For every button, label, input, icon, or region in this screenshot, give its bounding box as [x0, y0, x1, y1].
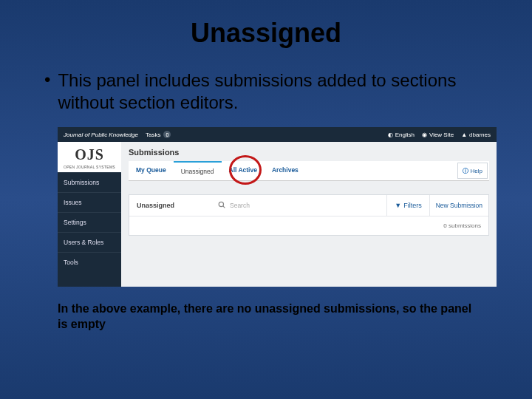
sidebar-item-tools[interactable]: Tools	[58, 252, 121, 272]
unassigned-panel: Unassigned Search ▼ Filters New Submissi…	[129, 194, 489, 236]
help-label: Help	[471, 168, 482, 174]
filters-button[interactable]: ▼ Filters	[386, 195, 429, 216]
tasks-label: Tasks	[146, 132, 160, 138]
page-heading: Submissions	[129, 148, 489, 157]
bullet-dot-icon: •	[44, 69, 50, 114]
sidebar-item-users-roles[interactable]: Users & Roles	[58, 232, 121, 252]
logo[interactable]: OJS OPEN JOURNAL SYSTEMS	[58, 142, 121, 172]
help-icon: ⓘ	[463, 167, 468, 175]
tabs: My Queue Unassigned All Active Archives …	[129, 161, 489, 181]
sidebar-item-issues[interactable]: Issues	[58, 192, 121, 212]
tab-unassigned[interactable]: Unassigned	[174, 161, 222, 180]
user-icon: ▲	[461, 132, 467, 138]
topbar: Journal of Public Knowledge Tasks 0 ◐ En…	[58, 127, 497, 142]
slide-title: Unassigned	[0, 18, 532, 49]
panel-count: 0 submissions	[129, 216, 488, 235]
tab-all-active[interactable]: All Active	[222, 161, 265, 180]
content-area: Submissions My Queue Unassigned All Acti…	[121, 142, 497, 287]
language-selector[interactable]: ◐ English	[388, 132, 415, 138]
slide-caption: In the above example, there are no unass…	[58, 301, 474, 332]
language-label: English	[395, 132, 415, 138]
panel-header: Unassigned Search ▼ Filters New Submissi…	[129, 195, 488, 216]
view-site-label: View Site	[429, 132, 454, 138]
view-site-link[interactable]: ◉ View Site	[422, 132, 454, 138]
username: dbarnes	[469, 132, 491, 138]
app-screenshot: Journal of Public Knowledge Tasks 0 ◐ En…	[58, 127, 497, 287]
bullet-item: • This panel includes submissions added …	[44, 69, 488, 114]
sidebar-item-submissions[interactable]: Submissions	[58, 172, 121, 192]
svg-point-0	[219, 202, 223, 206]
filter-icon: ▼	[395, 202, 401, 209]
eye-icon: ◉	[422, 132, 427, 138]
search-icon	[218, 201, 225, 210]
tab-archives[interactable]: Archives	[265, 161, 306, 180]
logo-text: OJS	[59, 146, 120, 163]
tab-my-queue[interactable]: My Queue	[129, 161, 174, 180]
search-placeholder: Search	[230, 202, 250, 209]
user-menu[interactable]: ▲ dbarnes	[461, 132, 491, 138]
globe-icon: ◐	[388, 132, 393, 138]
sidebar: OJS OPEN JOURNAL SYSTEMS Submissions Iss…	[58, 142, 121, 287]
tasks-count-badge: 0	[163, 131, 171, 138]
sidebar-item-settings[interactable]: Settings	[58, 212, 121, 232]
filters-label: Filters	[403, 202, 422, 209]
panel-title: Unassigned	[129, 196, 218, 215]
logo-subtext: OPEN JOURNAL SYSTEMS	[59, 165, 120, 169]
bullet-text: This panel includes submissions added to…	[58, 69, 488, 114]
tasks-button[interactable]: Tasks 0	[146, 131, 171, 138]
journal-title[interactable]: Journal of Public Knowledge	[64, 132, 138, 138]
search-input[interactable]: Search	[218, 201, 386, 210]
new-submission-button[interactable]: New Submission	[429, 195, 488, 216]
help-button[interactable]: ⓘ Help	[457, 163, 488, 179]
svg-line-1	[223, 206, 225, 208]
